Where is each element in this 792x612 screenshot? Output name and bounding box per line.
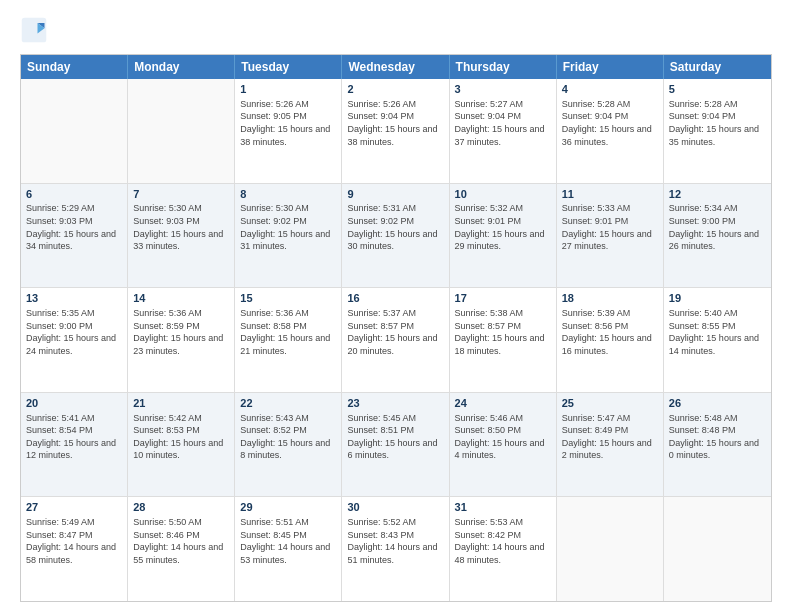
day-number: 25: [562, 396, 658, 411]
day-info: Sunrise: 5:32 AM Sunset: 9:01 PM Dayligh…: [455, 202, 551, 252]
day-info: Sunrise: 5:42 AM Sunset: 8:53 PM Dayligh…: [133, 412, 229, 462]
day-info: Sunrise: 5:27 AM Sunset: 9:04 PM Dayligh…: [455, 98, 551, 148]
day-number: 8: [240, 187, 336, 202]
day-info: Sunrise: 5:36 AM Sunset: 8:58 PM Dayligh…: [240, 307, 336, 357]
calendar-week-row: 27Sunrise: 5:49 AM Sunset: 8:47 PM Dayli…: [21, 497, 771, 601]
page: SundayMondayTuesdayWednesdayThursdayFrid…: [0, 0, 792, 612]
day-info: Sunrise: 5:39 AM Sunset: 8:56 PM Dayligh…: [562, 307, 658, 357]
day-number: 28: [133, 500, 229, 515]
day-number: 14: [133, 291, 229, 306]
day-info: Sunrise: 5:40 AM Sunset: 8:55 PM Dayligh…: [669, 307, 766, 357]
calendar-header-cell: Saturday: [664, 55, 771, 79]
calendar-header-cell: Thursday: [450, 55, 557, 79]
calendar-body: 1Sunrise: 5:26 AM Sunset: 9:05 PM Daylig…: [21, 79, 771, 601]
day-number: 15: [240, 291, 336, 306]
calendar-cell-empty: [128, 79, 235, 183]
day-info: Sunrise: 5:41 AM Sunset: 8:54 PM Dayligh…: [26, 412, 122, 462]
calendar-cell: 8Sunrise: 5:30 AM Sunset: 9:02 PM Daylig…: [235, 184, 342, 288]
day-number: 19: [669, 291, 766, 306]
day-info: Sunrise: 5:34 AM Sunset: 9:00 PM Dayligh…: [669, 202, 766, 252]
day-number: 5: [669, 82, 766, 97]
calendar-cell: 10Sunrise: 5:32 AM Sunset: 9:01 PM Dayli…: [450, 184, 557, 288]
day-info: Sunrise: 5:35 AM Sunset: 9:00 PM Dayligh…: [26, 307, 122, 357]
calendar-cell: 18Sunrise: 5:39 AM Sunset: 8:56 PM Dayli…: [557, 288, 664, 392]
calendar-cell-empty: [21, 79, 128, 183]
svg-rect-0: [22, 18, 47, 43]
calendar-cell: 31Sunrise: 5:53 AM Sunset: 8:42 PM Dayli…: [450, 497, 557, 601]
calendar-header-cell: Friday: [557, 55, 664, 79]
calendar-cell: 27Sunrise: 5:49 AM Sunset: 8:47 PM Dayli…: [21, 497, 128, 601]
day-info: Sunrise: 5:28 AM Sunset: 9:04 PM Dayligh…: [562, 98, 658, 148]
calendar-cell: 1Sunrise: 5:26 AM Sunset: 9:05 PM Daylig…: [235, 79, 342, 183]
day-number: 23: [347, 396, 443, 411]
day-number: 13: [26, 291, 122, 306]
calendar-cell: 16Sunrise: 5:37 AM Sunset: 8:57 PM Dayli…: [342, 288, 449, 392]
calendar-week-row: 1Sunrise: 5:26 AM Sunset: 9:05 PM Daylig…: [21, 79, 771, 184]
calendar-cell: 30Sunrise: 5:52 AM Sunset: 8:43 PM Dayli…: [342, 497, 449, 601]
calendar-week-row: 13Sunrise: 5:35 AM Sunset: 9:00 PM Dayli…: [21, 288, 771, 393]
day-info: Sunrise: 5:53 AM Sunset: 8:42 PM Dayligh…: [455, 516, 551, 566]
calendar-cell: 23Sunrise: 5:45 AM Sunset: 8:51 PM Dayli…: [342, 393, 449, 497]
day-info: Sunrise: 5:33 AM Sunset: 9:01 PM Dayligh…: [562, 202, 658, 252]
calendar: SundayMondayTuesdayWednesdayThursdayFrid…: [20, 54, 772, 602]
day-info: Sunrise: 5:50 AM Sunset: 8:46 PM Dayligh…: [133, 516, 229, 566]
day-info: Sunrise: 5:30 AM Sunset: 9:02 PM Dayligh…: [240, 202, 336, 252]
day-number: 3: [455, 82, 551, 97]
calendar-cell: 21Sunrise: 5:42 AM Sunset: 8:53 PM Dayli…: [128, 393, 235, 497]
day-number: 12: [669, 187, 766, 202]
calendar-cell: 4Sunrise: 5:28 AM Sunset: 9:04 PM Daylig…: [557, 79, 664, 183]
day-info: Sunrise: 5:29 AM Sunset: 9:03 PM Dayligh…: [26, 202, 122, 252]
day-number: 4: [562, 82, 658, 97]
day-info: Sunrise: 5:26 AM Sunset: 9:04 PM Dayligh…: [347, 98, 443, 148]
calendar-week-row: 6Sunrise: 5:29 AM Sunset: 9:03 PM Daylig…: [21, 184, 771, 289]
day-info: Sunrise: 5:31 AM Sunset: 9:02 PM Dayligh…: [347, 202, 443, 252]
calendar-cell: 29Sunrise: 5:51 AM Sunset: 8:45 PM Dayli…: [235, 497, 342, 601]
day-info: Sunrise: 5:26 AM Sunset: 9:05 PM Dayligh…: [240, 98, 336, 148]
calendar-cell: 25Sunrise: 5:47 AM Sunset: 8:49 PM Dayli…: [557, 393, 664, 497]
header: [20, 16, 772, 44]
calendar-cell: 19Sunrise: 5:40 AM Sunset: 8:55 PM Dayli…: [664, 288, 771, 392]
calendar-cell-empty: [557, 497, 664, 601]
calendar-cell-empty: [664, 497, 771, 601]
calendar-header-row: SundayMondayTuesdayWednesdayThursdayFrid…: [21, 55, 771, 79]
day-number: 21: [133, 396, 229, 411]
day-number: 24: [455, 396, 551, 411]
day-number: 9: [347, 187, 443, 202]
day-info: Sunrise: 5:30 AM Sunset: 9:03 PM Dayligh…: [133, 202, 229, 252]
day-info: Sunrise: 5:47 AM Sunset: 8:49 PM Dayligh…: [562, 412, 658, 462]
day-info: Sunrise: 5:37 AM Sunset: 8:57 PM Dayligh…: [347, 307, 443, 357]
calendar-cell: 20Sunrise: 5:41 AM Sunset: 8:54 PM Dayli…: [21, 393, 128, 497]
calendar-cell: 9Sunrise: 5:31 AM Sunset: 9:02 PM Daylig…: [342, 184, 449, 288]
calendar-cell: 3Sunrise: 5:27 AM Sunset: 9:04 PM Daylig…: [450, 79, 557, 183]
day-number: 18: [562, 291, 658, 306]
calendar-cell: 26Sunrise: 5:48 AM Sunset: 8:48 PM Dayli…: [664, 393, 771, 497]
calendar-cell: 12Sunrise: 5:34 AM Sunset: 9:00 PM Dayli…: [664, 184, 771, 288]
calendar-week-row: 20Sunrise: 5:41 AM Sunset: 8:54 PM Dayli…: [21, 393, 771, 498]
calendar-cell: 24Sunrise: 5:46 AM Sunset: 8:50 PM Dayli…: [450, 393, 557, 497]
day-info: Sunrise: 5:45 AM Sunset: 8:51 PM Dayligh…: [347, 412, 443, 462]
calendar-cell: 2Sunrise: 5:26 AM Sunset: 9:04 PM Daylig…: [342, 79, 449, 183]
day-info: Sunrise: 5:36 AM Sunset: 8:59 PM Dayligh…: [133, 307, 229, 357]
calendar-cell: 15Sunrise: 5:36 AM Sunset: 8:58 PM Dayli…: [235, 288, 342, 392]
calendar-header-cell: Wednesday: [342, 55, 449, 79]
day-number: 31: [455, 500, 551, 515]
calendar-cell: 13Sunrise: 5:35 AM Sunset: 9:00 PM Dayli…: [21, 288, 128, 392]
calendar-cell: 7Sunrise: 5:30 AM Sunset: 9:03 PM Daylig…: [128, 184, 235, 288]
calendar-cell: 22Sunrise: 5:43 AM Sunset: 8:52 PM Dayli…: [235, 393, 342, 497]
calendar-cell: 11Sunrise: 5:33 AM Sunset: 9:01 PM Dayli…: [557, 184, 664, 288]
calendar-header-cell: Sunday: [21, 55, 128, 79]
logo-icon: [20, 16, 48, 44]
day-info: Sunrise: 5:46 AM Sunset: 8:50 PM Dayligh…: [455, 412, 551, 462]
day-number: 16: [347, 291, 443, 306]
day-number: 17: [455, 291, 551, 306]
day-number: 20: [26, 396, 122, 411]
calendar-header-cell: Tuesday: [235, 55, 342, 79]
calendar-cell: 14Sunrise: 5:36 AM Sunset: 8:59 PM Dayli…: [128, 288, 235, 392]
day-info: Sunrise: 5:48 AM Sunset: 8:48 PM Dayligh…: [669, 412, 766, 462]
day-number: 7: [133, 187, 229, 202]
calendar-cell: 28Sunrise: 5:50 AM Sunset: 8:46 PM Dayli…: [128, 497, 235, 601]
day-number: 11: [562, 187, 658, 202]
day-info: Sunrise: 5:52 AM Sunset: 8:43 PM Dayligh…: [347, 516, 443, 566]
calendar-cell: 17Sunrise: 5:38 AM Sunset: 8:57 PM Dayli…: [450, 288, 557, 392]
day-number: 6: [26, 187, 122, 202]
